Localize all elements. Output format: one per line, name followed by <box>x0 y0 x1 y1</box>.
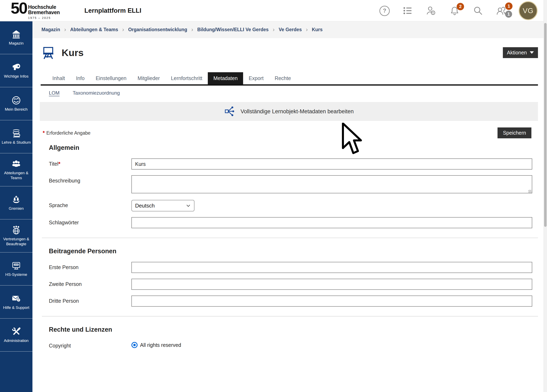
required-asterisk: * <box>58 161 60 167</box>
sidebar-item-hs-systeme[interactable]: HS-Systeme <box>0 252 33 285</box>
monitor-icon <box>12 261 21 270</box>
sidebar-item-gremien[interactable]: Gremien <box>0 186 33 219</box>
tab-rechte[interactable]: Rechte <box>269 72 296 84</box>
subtab-lom[interactable]: LOM <box>49 90 60 96</box>
course-board-icon <box>41 46 55 60</box>
help-icon[interactable]: ? <box>379 6 389 16</box>
page-title: Kurs <box>62 47 83 58</box>
user-status-icon[interactable] <box>426 6 436 16</box>
breadcrumb-kurs[interactable]: Kurs <box>312 27 322 33</box>
scrollbar-thumb[interactable] <box>544 23 547 227</box>
form-row-erste-person: Erste Person <box>49 262 532 273</box>
vertical-scrollbar[interactable] <box>544 0 547 392</box>
save-button[interactable]: Speichern <box>498 128 531 138</box>
erste-person-input[interactable] <box>131 262 532 273</box>
chevron-down-icon <box>186 203 191 208</box>
tools-icon <box>12 327 21 336</box>
tab-info[interactable]: Info <box>70 72 90 84</box>
app-title: Lernplattform ELLI <box>84 7 141 14</box>
breadcrumb-separator: › <box>273 27 274 33</box>
sidebar-item-magazin[interactable]: Magazin <box>0 21 33 54</box>
main-sidebar: Magazin Wichtige Infos Mein Bereich <box>0 21 33 392</box>
sprache-select[interactable]: Deutsch <box>131 200 194 211</box>
sidebar-item-label: HS-Systeme <box>5 272 28 277</box>
tab-export[interactable]: Export <box>243 72 269 84</box>
sidebar-item-vertretungen[interactable]: Vertretungen & Beauftragte <box>0 219 33 252</box>
logo-50: 50 <box>11 2 27 15</box>
globe-people-icon <box>12 225 21 235</box>
field-label-copyright: Copyright <box>49 340 131 349</box>
tab-metadaten[interactable]: Metadaten <box>208 72 243 84</box>
breadcrumb-organisationsentwicklung[interactable]: Organisationsentwicklung <box>128 27 187 33</box>
smiley-icon <box>12 96 21 105</box>
subtab-bar: LOM Taxonomiezuordnung <box>33 86 544 96</box>
bell-badge: 2 <box>457 3 464 10</box>
chevron-down-icon <box>530 51 534 54</box>
tab-inhalt[interactable]: Inhalt <box>47 72 70 84</box>
field-label-schlagwoerter: Schlagwörter <box>49 217 131 226</box>
mail-help-icon: ? <box>12 294 21 303</box>
edit-full-metadata-banner[interactable]: Vollständige Lernobjekt-Metadaten bearbe… <box>40 102 538 121</box>
form-row-titel: Titel* <box>49 158 532 169</box>
sidebar-item-label: Gremien <box>8 206 25 211</box>
list-icon[interactable] <box>403 6 413 16</box>
banner-label: Vollständige Lernobjekt-Metadaten bearbe… <box>241 108 354 115</box>
form-row-schlagwoerter: Schlagwörter <box>49 217 532 228</box>
contacts-badge-top: 1 <box>505 2 513 10</box>
svg-text:?: ? <box>18 299 20 302</box>
field-label-zweite-person: Zweite Person <box>49 279 131 287</box>
field-label-sprache: Sprache <box>49 200 131 208</box>
user-avatar[interactable]: VG <box>519 1 538 20</box>
field-label-erste-person: Erste Person <box>49 262 131 270</box>
sidebar-item-label: Administration <box>3 338 29 343</box>
section-title-rechte-lizenzen: Rechte und Lizenzen <box>49 326 532 333</box>
dritte-person-input[interactable] <box>131 296 532 307</box>
resize-gripper-icon[interactable] <box>528 190 531 193</box>
breadcrumb-ve-gerdes[interactable]: Ve Gerdes <box>279 27 302 33</box>
committee-icon <box>12 195 21 204</box>
field-label-titel: Titel* <box>49 158 131 167</box>
form-row-copyright: Copyright All rights reserved <box>49 340 532 349</box>
notification-bell-icon[interactable]: 2 <box>450 6 459 16</box>
logo-line1: Hochschule <box>28 5 60 10</box>
tab-einstellungen[interactable]: Einstellungen <box>90 72 132 84</box>
breadcrumb-bildung-wissen[interactable]: Bildung/Wissen/ELLI Ve Gerdes <box>197 27 269 33</box>
actions-button[interactable]: Aktionen <box>503 47 538 58</box>
tab-bar: Inhalt Info Einstellungen Mitglieder Ler… <box>41 72 538 86</box>
tab-lernfortschritt[interactable]: Lernfortschritt <box>165 72 208 84</box>
breadcrumb-separator: › <box>306 27 308 33</box>
megaphone-icon <box>12 63 21 72</box>
schlagwoerter-input[interactable] <box>131 217 532 228</box>
titel-input[interactable] <box>131 158 532 169</box>
beschreibung-textarea[interactable] <box>131 175 532 193</box>
sidebar-item-label: Hilfe & Support <box>2 305 30 310</box>
sidebar-item-lehre-studium[interactable]: Lehre & Studium <box>0 120 33 153</box>
metadata-node-icon <box>224 105 235 118</box>
sidebar-item-administration[interactable]: Administration <box>0 318 33 351</box>
actions-button-label: Aktionen <box>507 50 527 56</box>
tab-mitglieder[interactable]: Mitglieder <box>132 72 165 84</box>
zweite-person-input[interactable] <box>131 279 532 290</box>
breadcrumb-separator: › <box>64 27 66 33</box>
subtab-taxonomiezuordnung[interactable]: Taxonomiezuordnung <box>73 90 120 96</box>
sprache-select-value: Deutsch <box>135 203 155 209</box>
contacts-icon[interactable]: 1 1 <box>497 6 506 16</box>
breadcrumb-magazin[interactable]: Magazin <box>41 27 60 33</box>
section-title-beitragende: Beitragende Personen <box>49 248 532 255</box>
breadcrumb-separator: › <box>191 27 193 33</box>
sidebar-item-abteilungen-teams[interactable]: Abteilungen & Teams <box>0 153 33 186</box>
sidebar-item-wichtige-infos[interactable]: Wichtige Infos <box>0 54 33 87</box>
sidebar-item-mein-bereich[interactable]: Mein Bereich <box>0 87 33 120</box>
copyright-radio[interactable] <box>131 342 137 348</box>
required-asterisk: * <box>43 130 45 136</box>
search-icon[interactable] <box>473 6 483 16</box>
form-row-beschreibung: Beschreibung <box>49 175 532 194</box>
breadcrumb-abteilungen-teams[interactable]: Abteilungen & Teams <box>70 27 118 33</box>
books-icon <box>12 129 21 138</box>
required-note-text: Erforderliche Angabe <box>46 130 90 136</box>
hochschule-bremerhaven-logo[interactable]: 50 Hochschule Bremerhaven 1975 – 2025 <box>11 2 60 20</box>
sidebar-item-label: Wichtige Infos <box>3 74 29 79</box>
radio-dot <box>133 344 136 346</box>
sidebar-item-hilfe-support[interactable]: ? Hilfe & Support <box>0 285 33 318</box>
form-row-dritte-person: Dritte Person <box>49 296 532 307</box>
